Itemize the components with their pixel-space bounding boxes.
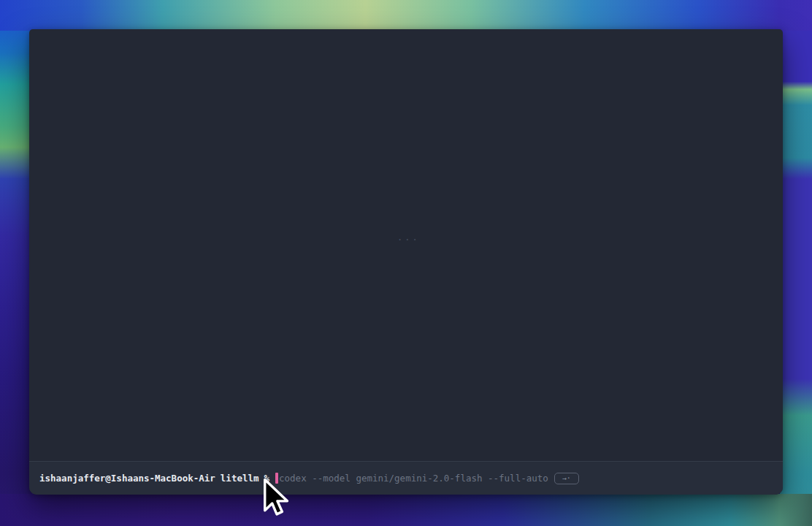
terminal-output-area[interactable]: ··· xyxy=(29,29,783,462)
terminal-prompt-line[interactable]: ishaanjaffer@Ishaans-MacBook-Air litellm… xyxy=(29,473,579,484)
autosuggestion-text: codex --model gemini/gemini-2.0-flash --… xyxy=(279,473,548,484)
prompt-user-host: ishaanjaffer@Ishaans-MacBook-Air xyxy=(39,473,215,484)
terminal-input-block[interactable]: ishaanjaffer@Ishaans-MacBook-Air litellm… xyxy=(29,461,783,495)
wallpaper-left-band xyxy=(0,0,32,526)
right-arrow-key-icon: →· xyxy=(554,473,579,484)
prompt-symbol: % xyxy=(264,473,270,484)
desktop-screen: ··· ishaanjaffer@Ishaans-MacBook-Air lit… xyxy=(0,0,812,526)
wallpaper-right-band xyxy=(780,0,812,526)
terminal-window[interactable]: ··· ishaanjaffer@Ishaans-MacBook-Air lit… xyxy=(29,29,783,495)
prompt-directory: litellm xyxy=(221,473,259,484)
terminal-faint-ellipsis: ··· xyxy=(397,235,420,245)
wallpaper-top-band xyxy=(0,0,812,31)
wallpaper-bottom-band xyxy=(0,494,812,526)
text-caret xyxy=(275,473,278,484)
